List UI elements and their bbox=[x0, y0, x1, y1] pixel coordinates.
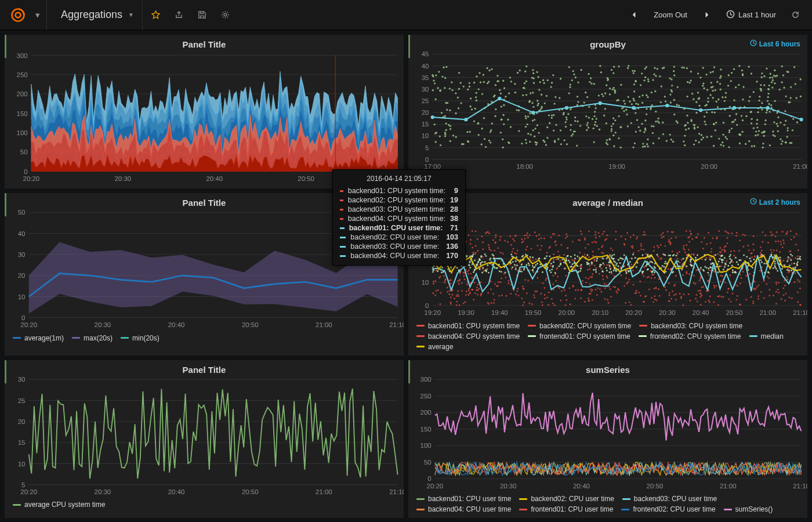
svg-point-201 bbox=[610, 130, 612, 132]
svg-point-1255 bbox=[658, 278, 660, 280]
svg-point-1470 bbox=[617, 292, 618, 294]
svg-point-308 bbox=[646, 95, 647, 96]
svg-point-1755 bbox=[736, 262, 738, 263]
svg-point-1337 bbox=[553, 253, 554, 255]
svg-point-1301 bbox=[566, 299, 567, 301]
svg-point-1316 bbox=[651, 297, 652, 299]
panel-sumseries[interactable]: sumSeries 05010015020025030020:2020:3020… bbox=[408, 360, 807, 518]
time-range-button[interactable]: Last 1 hour bbox=[720, 5, 782, 25]
svg-text:21:10: 21:10 bbox=[793, 310, 807, 317]
svg-point-2122 bbox=[450, 267, 452, 269]
legend-item[interactable]: backend04: CPU system time bbox=[416, 332, 520, 340]
panel-groupby[interactable]: groupBy Last 6 hours 0510152025303540451… bbox=[408, 35, 807, 188]
svg-point-385 bbox=[694, 126, 695, 128]
legend-item[interactable]: backend03: CPU system time bbox=[639, 322, 742, 330]
share-button[interactable] bbox=[169, 5, 189, 25]
svg-point-1975 bbox=[797, 262, 799, 263]
svg-point-2099 bbox=[663, 254, 665, 256]
svg-point-2120 bbox=[596, 260, 597, 262]
dashboard-picker-caret[interactable]: ▾ bbox=[32, 5, 43, 25]
svg-point-2106 bbox=[708, 268, 709, 270]
panel-time-override[interactable]: Last 2 hours bbox=[750, 198, 800, 206]
svg-point-867 bbox=[625, 278, 627, 280]
svg-point-1268 bbox=[463, 276, 465, 277]
svg-point-1892 bbox=[732, 272, 734, 274]
svg-point-1018 bbox=[672, 251, 673, 252]
legend-item[interactable]: average bbox=[416, 343, 453, 351]
svg-point-1332 bbox=[541, 237, 542, 239]
svg-point-1 bbox=[16, 12, 21, 17]
svg-point-1996 bbox=[530, 256, 531, 258]
panel-time-override[interactable]: Last 6 hours bbox=[750, 39, 800, 48]
time-shift-forward-button[interactable] bbox=[697, 5, 717, 25]
legend-item[interactable]: sumSeries() bbox=[724, 505, 773, 513]
zoom-out-label: Zoom Out bbox=[654, 10, 687, 19]
chart-area[interactable]: 05010015020025030020:2020:3020:4020:5021… bbox=[5, 50, 404, 183]
svg-point-671 bbox=[723, 145, 724, 147]
svg-point-1416 bbox=[533, 295, 535, 296]
svg-point-307 bbox=[651, 125, 652, 127]
svg-text:10: 10 bbox=[422, 132, 429, 139]
svg-point-1938 bbox=[599, 264, 601, 266]
legend-item[interactable]: average CPU system time bbox=[13, 501, 105, 509]
zoom-out-button[interactable]: Zoom Out bbox=[648, 5, 693, 25]
svg-point-302 bbox=[593, 83, 595, 85]
svg-point-2160 bbox=[668, 255, 670, 256]
save-button[interactable] bbox=[193, 5, 212, 25]
legend-item[interactable]: average(1m) bbox=[13, 334, 64, 342]
svg-point-854 bbox=[713, 271, 715, 273]
chart-area[interactable]: 05101520253035404517:0018:0019:0020:0021… bbox=[408, 50, 807, 171]
chart-area[interactable]: 5101520253020:2020:3020:4020:5021:0021:1… bbox=[5, 376, 404, 496]
legend-item[interactable]: median bbox=[749, 332, 784, 340]
svg-point-1594 bbox=[603, 278, 604, 280]
refresh-button[interactable] bbox=[785, 5, 805, 25]
svg-point-141 bbox=[695, 112, 697, 114]
svg-point-1333 bbox=[776, 231, 778, 233]
legend-item[interactable]: backend04: CPU user time bbox=[416, 505, 511, 513]
svg-point-134 bbox=[503, 123, 505, 125]
legend-item[interactable]: frontend01: CPU user time bbox=[519, 505, 613, 513]
legend-item[interactable]: backend03: CPU user time bbox=[622, 495, 717, 503]
svg-point-413 bbox=[685, 129, 687, 130]
legend-item[interactable]: frontend02: CPU system time bbox=[639, 332, 741, 340]
star-button[interactable] bbox=[146, 5, 166, 25]
svg-point-239 bbox=[508, 92, 510, 94]
svg-point-765 bbox=[632, 106, 635, 110]
svg-point-433 bbox=[612, 135, 614, 136]
svg-point-502 bbox=[793, 66, 795, 68]
svg-point-2085 bbox=[609, 265, 611, 267]
panel-stacked-cpu[interactable]: Panel Title 05010015020025030020:2020:30… bbox=[5, 35, 404, 188]
chart-area[interactable]: 01020304019:2019:3019:4019:5020:0020:102… bbox=[408, 209, 807, 318]
legend-item[interactable]: backend02: CPU system time bbox=[528, 322, 631, 330]
svg-point-84 bbox=[507, 119, 509, 121]
svg-point-753 bbox=[695, 101, 697, 103]
svg-point-1664 bbox=[608, 286, 610, 288]
svg-point-1963 bbox=[524, 267, 525, 269]
dashboard-title-button[interactable]: Aggregations ▼ bbox=[46, 0, 143, 30]
chart-area[interactable]: 05010015020025030020:2020:3020:4020:5021… bbox=[408, 376, 807, 491]
svg-point-1396 bbox=[557, 276, 559, 278]
legend-item[interactable]: min(20s) bbox=[121, 334, 160, 342]
legend-item[interactable]: max(20s) bbox=[72, 334, 113, 342]
legend-item[interactable]: backend01: CPU user time bbox=[416, 495, 511, 503]
svg-point-257 bbox=[686, 67, 688, 69]
legend-item[interactable]: backend01: CPU system time bbox=[416, 322, 520, 330]
svg-point-161 bbox=[693, 143, 695, 145]
time-shift-back-button[interactable] bbox=[624, 5, 644, 25]
legend-item[interactable]: frontend01: CPU system time bbox=[528, 332, 630, 340]
svg-point-86 bbox=[670, 139, 672, 140]
svg-point-403 bbox=[735, 86, 737, 88]
svg-point-1352 bbox=[679, 293, 681, 295]
settings-button[interactable] bbox=[216, 5, 235, 25]
legend-item[interactable]: frontend02: CPU user time bbox=[621, 505, 715, 513]
svg-point-451 bbox=[695, 140, 697, 142]
legend-item[interactable]: backend02: CPU user time bbox=[519, 495, 614, 503]
grafana-logo[interactable] bbox=[7, 4, 29, 26]
svg-point-166 bbox=[527, 124, 528, 125]
panel-avg-cpu-system[interactable]: Panel Title 5101520253020:2020:3020:4020… bbox=[5, 360, 404, 518]
svg-point-1244 bbox=[594, 231, 596, 233]
svg-point-1611 bbox=[719, 251, 721, 253]
tooltip-timestamp: 2016-04-14 21:05:17 bbox=[340, 175, 458, 183]
svg-point-1143 bbox=[449, 280, 451, 281]
panel-average-median[interactable]: average / median Last 2 hours 0102030401… bbox=[408, 193, 807, 356]
